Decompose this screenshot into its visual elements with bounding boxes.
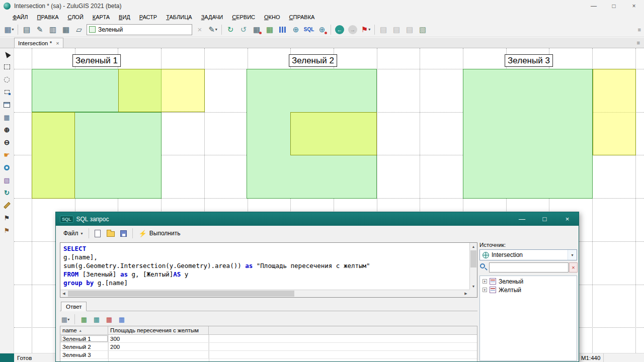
forward-button[interactable]: →: [347, 24, 359, 36]
tree-item-0[interactable]: +Зеленый: [480, 277, 577, 286]
redraw-button[interactable]: ↺: [237, 24, 250, 36]
export-table-button[interactable]: ▦: [104, 314, 115, 324]
append-table-button[interactable]: ▦: [91, 314, 102, 324]
open-table-button[interactable]: ▦: [264, 24, 276, 36]
scroll-up-icon[interactable]: ▲: [470, 243, 477, 250]
move-objects-button[interactable]: ▤: [390, 24, 403, 36]
scroll-right-icon[interactable]: ▶: [462, 290, 469, 297]
tab-list-button[interactable]: ≡: [637, 40, 640, 46]
save-table-button[interactable]: ▦: [116, 314, 127, 324]
run-query-button[interactable]: ⚡ Выполнить: [135, 228, 185, 239]
map-feature-yellow[interactable]: [32, 112, 75, 199]
vertical-scrollbar[interactable]: ▲ ▼: [469, 243, 477, 290]
menu-item-5[interactable]: РАСТР: [135, 13, 162, 21]
attributes-table-tool[interactable]: ▦: [2, 113, 13, 121]
result-column-header[interactable]: Площадь пересечения с желтым: [108, 326, 209, 334]
result-column-header[interactable]: name▴: [60, 326, 108, 334]
scroll-left-icon[interactable]: ◀: [60, 290, 67, 297]
select-ellipse-tool[interactable]: [2, 75, 13, 83]
sql-window-title-bar[interactable]: SQL SQL запрос — □ ×: [56, 212, 579, 226]
sql-editor[interactable]: SELECTg.[name],sum(g.Geometry.Intersecti…: [60, 242, 477, 298]
maximize-button[interactable]: □: [604, 0, 624, 12]
result-cell[interactable]: Зеленый 2: [60, 343, 108, 350]
toolbar-overflow-button[interactable]: ≡: [638, 27, 641, 33]
close-button[interactable]: ×: [624, 0, 644, 12]
results-mode-combo[interactable]: ▦ ▾: [60, 314, 71, 324]
new-query-button[interactable]: [91, 227, 104, 239]
new-map-button[interactable]: ▦ ▾: [3, 24, 15, 36]
polygon-edit-button[interactable]: ▱: [73, 24, 85, 36]
map-position-button[interactable]: ⊕: [290, 24, 302, 36]
flag-list-tool[interactable]: ⚑: [2, 226, 13, 234]
tab-close-icon[interactable]: ×: [56, 40, 59, 46]
table-button[interactable]: ▦: [60, 24, 72, 36]
clear-layer-button[interactable]: ×: [194, 24, 206, 36]
menu-item-10[interactable]: СПРАВКА: [285, 13, 319, 21]
menu-item-3[interactable]: КАРТА: [88, 13, 114, 21]
flag-tool[interactable]: ⚑: [2, 214, 13, 222]
menu-item-7[interactable]: ЗАДАЧИ: [197, 13, 228, 21]
copy-to-table-button[interactable]: ▦: [78, 314, 90, 324]
layer-table-button[interactable]: ▥: [47, 24, 59, 36]
tab-intersection[interactable]: Intersection * ×: [14, 38, 63, 48]
menu-item-0[interactable]: ФАЙЛ: [8, 13, 33, 21]
scroll-down-icon[interactable]: ▼: [470, 283, 477, 290]
result-cell[interactable]: 200: [108, 343, 209, 350]
scrollbar-thumb[interactable]: [68, 291, 294, 297]
file-menu-button[interactable]: Файл ▾: [60, 228, 87, 238]
minimize-button[interactable]: —: [584, 0, 604, 12]
menu-item-8[interactable]: СЕРВИС: [227, 13, 260, 21]
sql-code[interactable]: SELECTg.[name],sum(g.Geometry.Intersecti…: [60, 243, 469, 290]
tab-answer[interactable]: Ответ: [61, 302, 87, 311]
map-feature-yellow[interactable]: [593, 69, 636, 155]
layer-combo[interactable]: Зеленый: [87, 24, 192, 35]
horizontal-scrollbar[interactable]: ◀ ▶: [60, 290, 469, 297]
pan-tool[interactable]: ☛: [2, 151, 13, 159]
source-tree[interactable]: +Зеленый+Желтый: [479, 276, 577, 361]
scrollbar-thumb[interactable]: [470, 250, 476, 267]
select-node-tool[interactable]: [2, 88, 13, 96]
result-row[interactable]: Зеленый 3: [60, 351, 477, 359]
source-combo[interactable]: Intersection ▾: [479, 249, 577, 260]
view-window-tool[interactable]: [2, 101, 13, 109]
copy-objects-button[interactable]: ▤: [377, 24, 389, 36]
edit-layer-button[interactable]: ✎: [34, 24, 46, 36]
save-query-button[interactable]: [117, 227, 130, 239]
result-row[interactable]: Зеленый 2200: [60, 343, 477, 351]
map-feature-green[interactable]: [463, 69, 593, 199]
sql-close-button[interactable]: ×: [556, 212, 579, 226]
menu-item-2[interactable]: СЛОЙ: [63, 13, 88, 21]
bookmarks-button[interactable]: ⚑ ▾: [360, 24, 372, 36]
result-cell[interactable]: 300: [108, 335, 209, 342]
tree-item-1[interactable]: +Желтый: [480, 286, 577, 294]
open-query-button[interactable]: [104, 227, 117, 239]
menu-item-4[interactable]: ВИД: [114, 13, 135, 21]
zoom-in-tool[interactable]: ⊕: [2, 126, 13, 134]
search-objects-button[interactable]: ▦: [251, 24, 263, 36]
combo-dropdown-icon[interactable]: ▾: [568, 250, 577, 260]
tools-button[interactable]: ▧: [417, 24, 429, 36]
chart-button[interactable]: [277, 24, 289, 36]
tree-expand-icon[interactable]: +: [482, 288, 487, 292]
paste-objects-button[interactable]: ▤: [404, 24, 416, 36]
measure-tool[interactable]: [2, 201, 13, 209]
info-tool[interactable]: [2, 163, 13, 171]
zoom-out-tool[interactable]: ⊖: [2, 138, 13, 146]
back-button[interactable]: ←: [334, 24, 346, 36]
menu-item-1[interactable]: ПРАВКА: [33, 13, 63, 21]
menu-item-9[interactable]: ОКНО: [260, 13, 284, 21]
result-cell[interactable]: Зеленый 1: [60, 335, 108, 342]
tree-expand-icon[interactable]: +: [482, 279, 487, 284]
objects-tool[interactable]: ▧: [2, 176, 13, 184]
menu-item-6[interactable]: ТАБЛИЦА: [162, 13, 197, 21]
map-feature-yellow[interactable]: [290, 112, 377, 155]
select-frame-tool[interactable]: [2, 63, 13, 71]
result-grid[interactable]: name▴Площадь пересечения с желтым Зелены…: [60, 326, 477, 361]
search-clear-button[interactable]: ×: [569, 262, 578, 273]
map-feature-yellow[interactable]: [118, 69, 205, 112]
result-cell[interactable]: [108, 351, 209, 358]
sql-minimize-button[interactable]: —: [511, 212, 533, 226]
sql-query-button[interactable]: SQL: [303, 24, 315, 36]
open-map-button[interactable]: ▤: [21, 24, 33, 36]
source-search-input[interactable]: [489, 262, 569, 273]
